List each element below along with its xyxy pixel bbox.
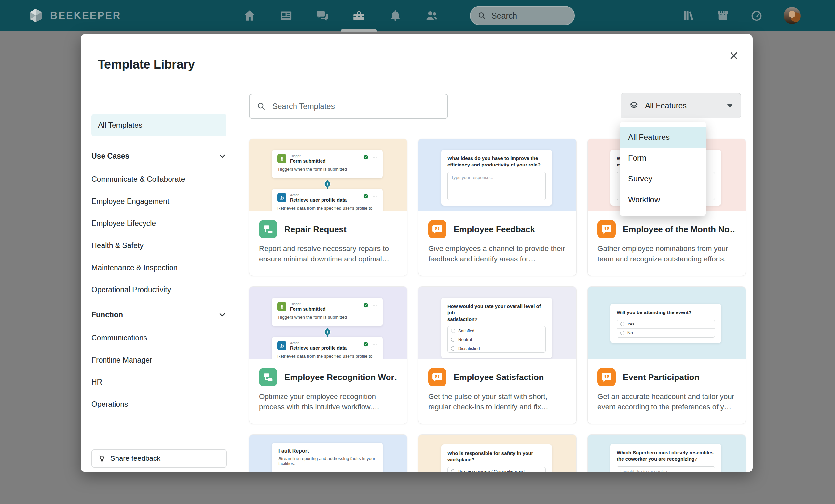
plus-node-icon — [324, 329, 331, 336]
template-card-employee-satisfaction[interactable]: How would you rate your overall level of… — [418, 287, 577, 424]
nav-chats-button[interactable] — [315, 9, 329, 22]
template-card[interactable]: Who is responsible for safety in yourwor… — [418, 435, 577, 472]
nav-news-button[interactable] — [279, 9, 293, 22]
page-title: Template Library — [98, 57, 195, 71]
menu-item-all-features[interactable]: All Features — [619, 127, 706, 148]
nav-bell-button[interactable] — [389, 9, 402, 22]
template-card[interactable]: Fault ReportStreamline reporting and add… — [249, 435, 407, 472]
menu-item-form[interactable]: Form — [619, 148, 706, 168]
sidebar-item-employee-lifecycle[interactable]: Employee Lifecycle — [91, 219, 226, 228]
home-icon — [243, 9, 257, 22]
workflow-icon — [262, 371, 274, 383]
template-description: Get the pulse of your staff with short, … — [428, 392, 567, 412]
template-card-event-participation[interactable]: Will you be attending the event?YesNoEve… — [587, 287, 746, 424]
radio-icon — [451, 346, 455, 351]
mini-radio-option: Business owners / Corporate board — [448, 467, 545, 472]
sidebar-item-operational-productivity[interactable]: Operational Productivity — [91, 286, 226, 294]
lightbulb-icon — [97, 454, 106, 463]
template-title: Employee Satisfaction — [454, 372, 544, 382]
sidebar-item-maintenance-inspection[interactable]: Maintenance & Inspection — [91, 264, 226, 272]
template-card-repair-request[interactable]: TriggerForm submittedTriggers when the f… — [249, 139, 407, 276]
nav-home-button[interactable] — [243, 9, 257, 22]
action-people-icon — [277, 193, 286, 202]
sidebar-section-function[interactable]: Function — [91, 309, 226, 320]
marketplace-icon — [716, 9, 730, 22]
required-asterisk: * — [318, 471, 319, 472]
template-info: Employee of the Month No…Gather employee… — [588, 211, 746, 264]
sidebar-item-communications[interactable]: Communications — [91, 334, 226, 342]
template-info: Employee FeedbackGive employees a channe… — [419, 211, 576, 264]
mini-form: How would you rate your overall level of… — [441, 297, 552, 358]
step-kind: Action — [290, 193, 347, 197]
nav-primary-items — [243, 0, 575, 31]
nav-people-button[interactable] — [425, 9, 439, 22]
nav-secondary-items — [682, 0, 800, 31]
mini-radio-option: Yes — [617, 320, 715, 329]
template-description: Optimize your employee recognition proce… — [259, 392, 397, 412]
nav-toolbox-button[interactable] — [352, 9, 366, 22]
nav-dashboard-button[interactable] — [750, 9, 763, 22]
step-description: Retrieves data from the specified user's… — [277, 354, 378, 359]
more-dots-icon — [372, 341, 378, 347]
template-title: Employee of the Month No… — [623, 224, 736, 234]
workflow-step-card: ActionRetrieve user profile dataRetrieve… — [272, 337, 383, 359]
mini-field-label: Name of the plant * — [278, 471, 376, 472]
template-info: Employee SatisfactionGet the pulse of yo… — [419, 359, 576, 412]
template-preview: Will you be attending the event?YesNo — [588, 287, 746, 359]
sidebar-section-label: Function — [91, 311, 123, 319]
nav-marketplace-button[interactable] — [716, 9, 730, 22]
top-nav: BEEKEEPER — [0, 0, 835, 31]
bell-icon — [389, 9, 402, 22]
nav-library-button[interactable] — [682, 9, 696, 22]
step-title: Retrieve user profile data — [290, 197, 347, 203]
chevron-down-icon — [218, 311, 226, 319]
template-description: Get an accurate headcount and tailor you… — [597, 392, 736, 412]
mini-radio-option: No — [617, 329, 715, 337]
mini-form: Fault ReportStreamline reporting and add… — [272, 443, 383, 472]
template-title: Employee Feedback — [454, 224, 535, 234]
close-button[interactable] — [726, 48, 741, 64]
sidebar-item-frontline-manager[interactable]: Frontline Manager — [91, 356, 226, 364]
workflow-icon — [262, 223, 274, 235]
modal-body: All Templates Use CasesCommunicate & Col… — [81, 78, 753, 472]
template-search — [249, 93, 448, 119]
sidebar-item-all-templates[interactable]: All Templates — [91, 114, 226, 136]
mini-form-title: Fault Report — [278, 448, 376, 454]
share-feedback-button[interactable]: Share feedback — [91, 449, 227, 467]
sidebar: All Templates Use CasesCommunicate & Col… — [81, 78, 237, 472]
template-search-input[interactable] — [272, 102, 429, 111]
step-title: Form submitted — [290, 306, 326, 312]
survey-icon — [597, 220, 616, 238]
template-preview: Which Superhero most closely resemblesth… — [588, 435, 746, 472]
search-icon — [478, 12, 486, 20]
global-search-input[interactable] — [491, 11, 557, 21]
feature-filter-button[interactable]: All Features — [620, 93, 741, 118]
menu-item-survey[interactable]: Survey — [619, 168, 706, 189]
sidebar-item-health-safety[interactable]: Health & Safety — [91, 241, 226, 250]
mini-question: Will you be attending the event? — [617, 309, 715, 316]
sidebar-section-use-cases[interactable]: Use Cases — [91, 150, 226, 162]
avatar[interactable] — [783, 7, 800, 24]
sidebar-item-operations[interactable]: Operations — [91, 400, 226, 409]
workflow-icon — [259, 220, 277, 238]
person-icon — [279, 304, 285, 310]
screen: BEEKEEPER Template Library All Templates… — [0, 0, 835, 504]
template-card-employee-feedback[interactable]: What ideas do you have to improve theeff… — [418, 139, 577, 276]
radio-icon — [451, 469, 455, 472]
sidebar-item-employee-engagement[interactable]: Employee Engagement — [91, 197, 226, 206]
people-icon — [425, 9, 439, 22]
radio-icon — [620, 331, 625, 335]
feature-filter-menu: All FeaturesFormSurveyWorkflow — [619, 122, 706, 216]
close-icon — [728, 50, 739, 61]
sidebar-item-communicate-collaborate[interactable]: Communicate & Collaborate — [91, 175, 226, 184]
menu-item-workflow[interactable]: Workflow — [619, 189, 706, 210]
template-title: Repair Request — [284, 224, 347, 234]
sidebar-item-hr[interactable]: HR — [91, 378, 226, 386]
template-preview: TriggerForm submittedTriggers when the f… — [249, 139, 407, 211]
plus-icon — [324, 181, 331, 188]
people-icon — [279, 343, 285, 349]
template-card[interactable]: Which Superhero most closely resemblesth… — [587, 435, 746, 472]
template-card-employee-recognition-wor[interactable]: TriggerForm submittedTriggers when the f… — [249, 287, 407, 424]
main-panel: All Features All FeaturesFormSurveyWorkf… — [237, 78, 753, 472]
modal-header: Template Library — [81, 34, 753, 78]
